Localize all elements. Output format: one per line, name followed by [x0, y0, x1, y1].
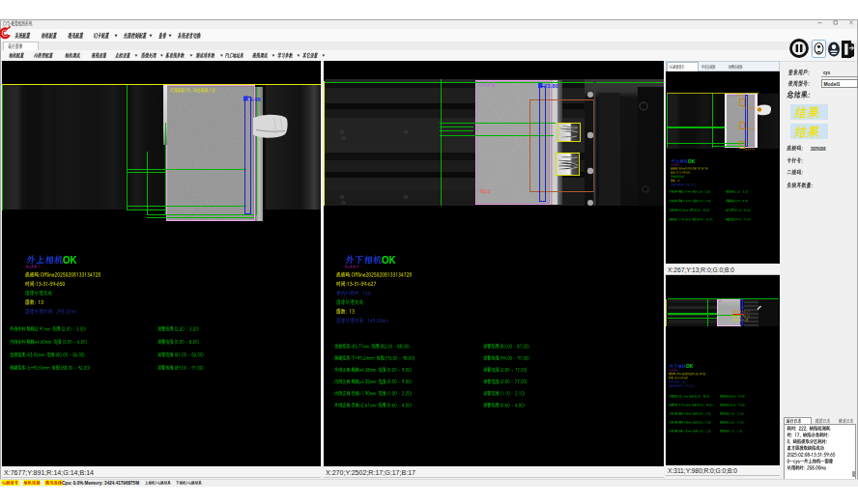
- svg-text:AI: AI: [719, 299, 722, 303]
- svg-text:NG:0: NG:0: [480, 189, 491, 194]
- svg-text:20250208: 20250208: [811, 146, 826, 152]
- svg-text:X:7677;Y:891;R:14;G:14;B:14: X:7677;Y:891;R:14;G:14;B:14: [4, 468, 94, 477]
- svg-text:X:270;Y:2502;R:17;G:17;B:17: X:270;Y:2502;R:17;G:17;B:17: [326, 468, 415, 477]
- svg-text:3.48: 3.48: [249, 97, 261, 102]
- svg-text:OK: OK: [686, 363, 693, 369]
- svg-text:93,100: 93,100: [736, 94, 746, 98]
- svg-text:OK: OK: [688, 158, 695, 164]
- svg-text:X:311;Y:980;R:0;G:0;B:0: X:311;Y:980;R:0;G:0;B:0: [668, 466, 737, 475]
- svg-text:OK: OK: [63, 254, 77, 266]
- svg-text:Cpu: 0.0% Memory: 3424.4179687: Cpu: 0.0% Memory: 3424.41796875M: [62, 480, 139, 486]
- svg-text:23.80: 23.80: [544, 83, 559, 89]
- svg-text:X:267;Y:13;R:0;G:0;B:0: X:267;Y:13;R:0;G:0;B:0: [668, 266, 734, 274]
- svg-text:OK: OK: [382, 254, 396, 266]
- svg-text:cys: cys: [823, 70, 830, 75]
- svg-text:Model1: Model1: [824, 81, 841, 87]
